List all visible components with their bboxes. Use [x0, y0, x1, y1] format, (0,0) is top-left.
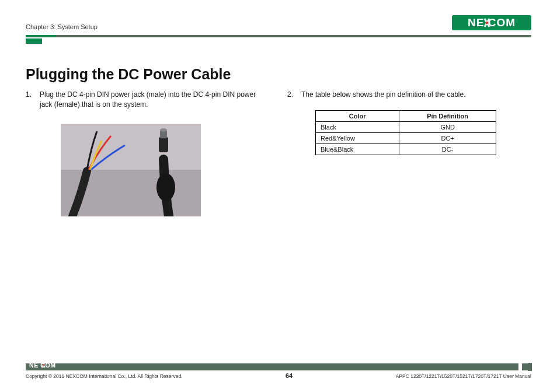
step-number: 2.: [287, 90, 295, 100]
svg-point-11: [43, 364, 44, 365]
step-text: The table below shows the pin definition…: [301, 90, 466, 100]
table-row: Blue&Black DC-: [316, 144, 496, 155]
table-row: Black GND: [316, 122, 496, 133]
th-pindef: Pin Definition: [399, 111, 496, 122]
step-text: Plug the DC 4-pin DIN power jack (male) …: [40, 90, 270, 110]
svg-rect-4: [61, 124, 201, 170]
svg-rect-7: [159, 137, 168, 152]
step-number: 1.: [26, 90, 34, 110]
th-color: Color: [316, 111, 399, 122]
accent-bar: [26, 38, 42, 44]
manual-title: APPC 1220T/1221T/1520T/1521T/1720T/1721T…: [396, 373, 531, 379]
chapter-label: Chapter 3: System Setup: [26, 23, 98, 30]
svg-point-9: [160, 128, 167, 132]
header-divider: [26, 35, 531, 37]
table-row: Red&Yellow DC+: [316, 133, 496, 144]
svg-text:NE COM: NE COM: [468, 16, 516, 29]
nexcom-logo-footer: NE COM: [29, 361, 71, 369]
page-title: Plugging the DC Power Cable: [26, 66, 531, 83]
nexcom-logo: NE COM: [452, 15, 531, 30]
pin-definition-table: Color Pin Definition Black GND Red&Yello…: [315, 110, 496, 155]
footer-bar: NE COM: [26, 363, 531, 370]
page-number: 64: [286, 372, 293, 379]
svg-point-6: [156, 173, 175, 201]
copyright-text: Copyright © 2011 NEXCOM International Co…: [26, 373, 182, 379]
cable-photo: [61, 124, 201, 216]
svg-point-2: [486, 22, 488, 24]
